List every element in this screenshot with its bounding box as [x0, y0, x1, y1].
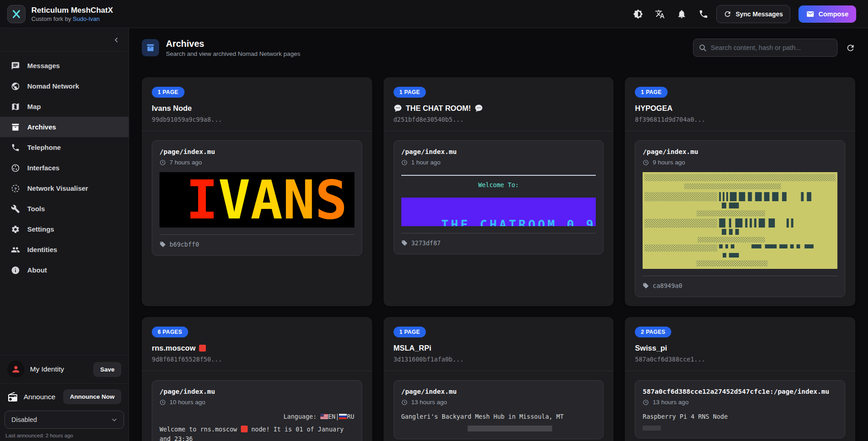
page-preview[interactable]: /page/index.mu 10 hours ago Language: EN… — [152, 380, 362, 441]
page-time: 13 hours ago — [643, 399, 838, 406]
page-tag-text: 3273df87 — [411, 239, 441, 247]
card-title: Ivans Node — [152, 104, 362, 113]
sidebar-item-telephone[interactable]: Telephone — [0, 137, 129, 158]
refresh-button[interactable] — [846, 43, 855, 53]
announce-now-button[interactable]: Announce Now — [63, 389, 121, 404]
page-time: 13 hours ago — [401, 399, 596, 406]
page-description: Gangleri's Backyard Mesh Hub in Missoula… — [401, 412, 596, 422]
archives-grid: 1 PAGE Ivans Node 99db91059a9c99a8... /p… — [129, 67, 868, 441]
card-hash: 9d8f681f65528f50... — [152, 356, 362, 363]
sidebar-collapse[interactable] — [0, 28, 129, 52]
page-path: /page/index.mu — [401, 148, 596, 155]
page-tag: ca8949a0 — [643, 276, 838, 289]
page-preview[interactable]: /page/index.mu 1 hour ago Welcome To: TH… — [394, 140, 604, 254]
page-header: Archives Search and view archived Nomad … — [129, 28, 868, 67]
people-icon — [11, 245, 20, 254]
page-tag-text: b69cbff0 — [170, 241, 199, 248]
globe-icon — [11, 82, 20, 91]
hypogea-ansi-art — [643, 172, 838, 269]
tag-icon — [160, 241, 166, 248]
sidebar-nav: Messages Nomad Network Map Archives Tele… — [0, 52, 129, 280]
card-body: /page/index.mu 10 hours ago Language: EN… — [142, 371, 372, 441]
app-logo[interactable] — [7, 5, 25, 23]
sidebar-item-nomad-network[interactable]: Nomad Network — [0, 76, 129, 96]
card-hash: d251bfd8e30540b5... — [394, 116, 604, 123]
chat-icon — [11, 61, 20, 70]
sidebar-bottom: My Identity Save Announce Announce Now D… — [0, 355, 129, 441]
card-header: 1 PAGE Ivans Node 99db91059a9c99a8... — [142, 77, 372, 131]
clock-icon — [160, 159, 166, 166]
page-preview[interactable]: 587a0cf6d388cce12a27452d547cfc1e:/page/i… — [635, 380, 845, 438]
archive-card-msla-rpi[interactable]: 1 PAGE MSLA_RPi 3d131600bf1afa0b... /pag… — [384, 317, 614, 441]
clock-icon — [160, 399, 166, 406]
archive-card-ivans-node[interactable]: 1 PAGE Ivans Node 99db91059a9c99a8... /p… — [142, 77, 372, 306]
page-path: 587a0cf6d388cce12a27452d547cfc1e:/page/i… — [643, 388, 838, 395]
page-preview[interactable]: /page/index.mu 13 hours ago Gangleri's B… — [394, 380, 604, 439]
sidebar-item-label: Telephone — [27, 144, 61, 151]
sidebar-item-settings[interactable]: Settings — [0, 219, 129, 239]
sync-messages-button[interactable]: Sync Messages — [716, 5, 790, 23]
brightness-icon — [633, 9, 643, 19]
notifications-button[interactable] — [673, 5, 691, 23]
card-hash: 3d131600bf1afa0b... — [394, 356, 604, 363]
top-bar: Reticulum MeshChatX Custom fork by Sudo-… — [0, 0, 868, 28]
theme-toggle-button[interactable] — [629, 5, 647, 23]
clock-icon — [401, 159, 408, 166]
clock-icon — [643, 159, 649, 166]
translate-button[interactable] — [651, 5, 669, 23]
sidebar-item-network-visualiser[interactable]: ? Network Visualiser — [0, 178, 129, 198]
sidebar-item-tools[interactable]: Tools — [0, 198, 129, 219]
sidebar-item-label: About — [27, 266, 47, 274]
card-header: 6 PAGES rns.moscow 9d8f681f65528f50... — [142, 317, 372, 371]
sidebar-item-label: Nomad Network — [27, 82, 79, 90]
archive-card-rns-moscow[interactable]: 6 PAGES rns.moscow 9d8f681f65528f50... /… — [142, 317, 372, 441]
archive-card-hypogea[interactable]: 1 PAGE HYPOGEA 8f396811d9d704a0... /page… — [625, 77, 855, 306]
page-preview[interactable]: /page/index.mu 9 hours ago — [635, 140, 845, 297]
sidebar-item-map[interactable]: Map — [0, 96, 129, 117]
page-time-text: 7 hours ago — [170, 159, 202, 166]
sidebar-item-label: Messages — [27, 62, 60, 69]
sidebar-item-label: Map — [27, 103, 41, 110]
network-icon: ? — [11, 184, 20, 193]
archive-icon — [11, 123, 20, 132]
card-body: /page/index.mu 1 hour ago Welcome To: TH… — [384, 131, 614, 263]
language-label: Language: — [284, 413, 317, 420]
sidebar-item-about[interactable]: About — [0, 260, 129, 280]
card-body: /page/index.mu 9 hours ago — [625, 131, 855, 306]
page-title-block: Archives Search and view archived Nomad … — [166, 39, 300, 57]
clock-icon — [401, 399, 408, 406]
telephone-button[interactable] — [694, 5, 713, 23]
map-icon — [11, 102, 20, 111]
language-ru: RU — [347, 413, 354, 420]
card-header: 1 PAGE HYPOGEA 8f396811d9d704a0... — [625, 77, 855, 131]
page-time-text: 1 hour ago — [411, 159, 441, 166]
preview-divider-line — [401, 175, 596, 176]
page-path: /page/index.mu — [160, 148, 354, 155]
card-title: THE CHAT ROOM! — [394, 104, 604, 113]
ivans-ansi-art: IVANS — [160, 172, 354, 228]
refresh-icon — [723, 10, 732, 18]
card-header: 1 PAGE THE CHAT ROOM! d251bfd8e30540b5..… — [384, 77, 614, 131]
compose-button[interactable]: Compose — [798, 5, 856, 23]
compose-label: Compose — [818, 10, 848, 18]
page-preview[interactable]: /page/index.mu 7 hours ago IVANS b69cbff… — [152, 140, 362, 256]
language-line: Language: EN|RU — [160, 412, 354, 422]
save-button[interactable]: Save — [93, 362, 121, 377]
tag-icon — [643, 282, 649, 289]
sidebar-item-messages[interactable]: Messages — [0, 55, 129, 76]
announce-row: Announce Announce Now — [0, 384, 129, 410]
announce-mode-select[interactable]: Disabled — [5, 411, 124, 429]
page-time-text: 13 hours ago — [653, 399, 688, 406]
sidebar-item-label: Interfaces — [27, 164, 60, 172]
archive-card-swiss-pi[interactable]: 2 PAGES Swiss_pi 587a0cf6d388cce1... 587… — [625, 317, 855, 441]
card-title: HYPOGEA — [635, 104, 845, 113]
page-path: /page/index.mu — [643, 148, 838, 155]
search-input[interactable] — [711, 44, 832, 51]
archive-icon — [146, 43, 155, 52]
sudo-ivan-link[interactable]: Sudo-Ivan — [73, 15, 100, 22]
sidebar-item-interfaces[interactable]: Interfaces — [0, 158, 129, 178]
avatar[interactable] — [7, 361, 25, 378]
archive-card-chat-room[interactable]: 1 PAGE THE CHAT ROOM! d251bfd8e30540b5..… — [384, 77, 614, 306]
sidebar-item-archives[interactable]: Archives — [0, 117, 129, 137]
sidebar-item-identities[interactable]: Identities — [0, 239, 129, 260]
